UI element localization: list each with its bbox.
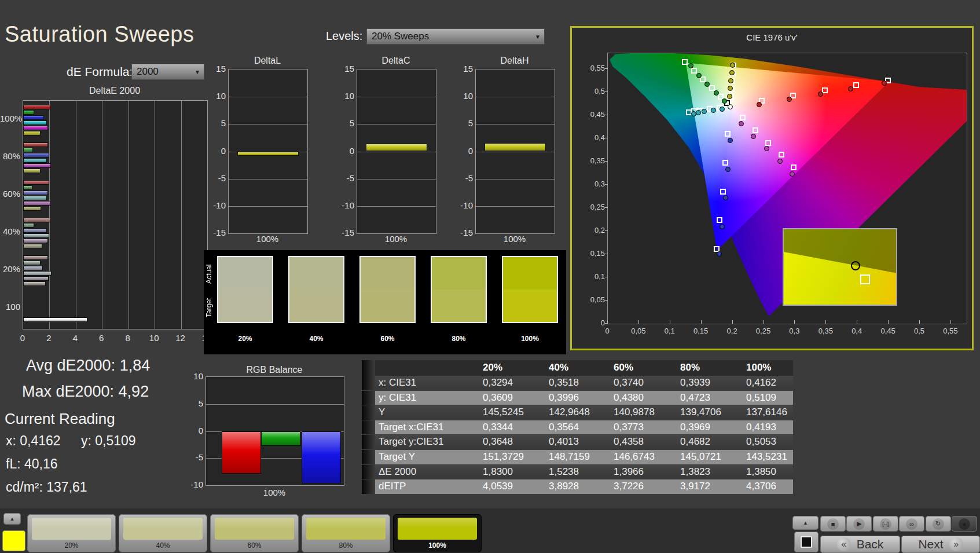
rgb-plot-area	[205, 376, 344, 486]
gridline	[206, 404, 344, 405]
column-header: 60%	[614, 362, 633, 373]
y-tick-label: 15	[453, 64, 473, 74]
bar	[23, 317, 87, 322]
infinity-button[interactable]: ∞	[899, 516, 924, 532]
cell-value: 1,3966	[614, 466, 644, 478]
row-label: Y	[379, 406, 385, 418]
bar	[23, 244, 42, 248]
stop-button[interactable]: ■	[820, 516, 846, 532]
cyan-measured-marker	[696, 110, 701, 115]
row-label: y: CIE31	[379, 392, 416, 404]
bar	[23, 115, 44, 120]
y-tick	[605, 115, 608, 115]
bar	[23, 281, 46, 286]
swatch-target	[218, 290, 272, 322]
cell-value: 0,4358	[614, 436, 644, 448]
column-header: 100%	[746, 362, 771, 373]
patch-button-80%[interactable]: 80%	[302, 514, 390, 552]
y-tick	[605, 207, 608, 208]
y-tick	[605, 277, 608, 277]
table-row: dEITP4,05393,89283,72263,91724,3706	[362, 479, 793, 494]
patch-button-100%[interactable]: 100%	[393, 514, 482, 552]
cyan-measured-marker	[720, 107, 725, 112]
y-tick-label: -5	[453, 173, 473, 183]
x-tick-label: 0,15	[689, 327, 713, 335]
infinity-icon: ∞	[906, 518, 917, 530]
x-tick-label: 0,25	[752, 327, 775, 335]
bar	[23, 271, 52, 276]
play-button[interactable]: ▶	[846, 516, 872, 532]
levels-dropdown[interactable]: 20% Sweeps ▼	[366, 28, 545, 45]
collapse-left-button[interactable]: ▲	[3, 513, 21, 525]
refresh-button[interactable]: ↻	[926, 516, 951, 532]
table-row: Target x:CIE310,33440,35640,37730,39690,…	[362, 420, 793, 435]
de-formula-dropdown[interactable]: 2000 ▼	[131, 64, 204, 80]
patch-swatch	[32, 518, 111, 540]
bar	[485, 143, 546, 151]
row-label: ΔE 2000	[379, 466, 416, 478]
cell-value: 3,8928	[549, 481, 579, 492]
back-button[interactable]: « Back	[820, 536, 900, 553]
current-y-value: y: 0,5109	[81, 433, 136, 449]
x-tick-label: 0,45	[876, 327, 900, 335]
gridline	[229, 179, 307, 180]
bracket-dots-button[interactable]: [··]	[873, 516, 898, 532]
patch-button-40%[interactable]: 40%	[119, 514, 207, 552]
cell-value: 0,3740	[614, 377, 644, 389]
next-button[interactable]: Next »	[901, 536, 980, 553]
patch-button-60%[interactable]: 60%	[210, 514, 299, 552]
y-tick-label: -10	[453, 200, 473, 210]
deltah-chart: DeltaH151050-5-10-15100%	[453, 53, 563, 247]
swatch-label: 40%	[288, 335, 344, 343]
blue-target-marker	[717, 217, 722, 223]
swatch-actual	[432, 257, 486, 290]
x-tick	[857, 320, 857, 324]
x-tick-label: 0	[596, 327, 619, 335]
bar	[366, 144, 427, 151]
y-tick-label: 0	[335, 146, 354, 156]
cell-value: 0,3969	[680, 422, 710, 433]
x-tick-label: 0,1	[658, 327, 681, 335]
swatch	[359, 256, 416, 323]
magenta-target-marker	[779, 152, 784, 158]
x-tick-label: 0,5	[908, 327, 931, 335]
back-button-label: Back	[857, 537, 884, 551]
patch-button-20%[interactable]: 20%	[27, 514, 116, 552]
x-tick-label: 8	[121, 333, 135, 343]
page-title: Saturation Sweeps	[5, 22, 194, 47]
green-measured-marker	[714, 90, 719, 96]
cell-value: 0,4723	[680, 392, 710, 404]
y-tick-label: 0	[453, 146, 473, 156]
patch-label: 60%	[210, 541, 299, 550]
cell-value: 0,3344	[483, 422, 513, 433]
deltae-plot-area	[23, 100, 208, 329]
x-tick-label: 0,4	[845, 327, 868, 335]
current-cdm2-value: cd/m²: 137,61	[6, 479, 87, 495]
magenta-measured-marker	[764, 146, 769, 151]
x-tick	[764, 320, 764, 324]
gridline	[229, 124, 307, 124]
patch-swatch	[215, 518, 294, 540]
deltal-chart: DeltaL151050-5-10-15100%	[206, 53, 316, 247]
x-tick-label: 0,3	[783, 327, 806, 335]
swatch	[217, 256, 273, 323]
y-tick-label: 0	[206, 146, 226, 156]
record-button[interactable]: ●	[952, 516, 977, 532]
collapse-right-button[interactable]: ▲	[792, 516, 818, 530]
current-reading-title: Current Reading	[5, 410, 115, 428]
cell-value: 0,4380	[614, 392, 644, 404]
bar	[23, 142, 48, 147]
table-gutter	[362, 465, 375, 479]
cie-1976-chart[interactable]: CIE 1976 u'v'00,050,10,150,20,250,30,350…	[570, 26, 974, 350]
stop-measure-button[interactable]	[794, 532, 818, 552]
bar	[23, 153, 49, 158]
column-header: 40%	[549, 362, 568, 373]
up-arrow-icon: ▲	[10, 516, 15, 522]
red-target-marker	[853, 82, 859, 88]
app-root: Saturation Sweeps dE Formula: 2000 ▼ Lev…	[0, 0, 980, 553]
table-gutter	[362, 435, 375, 449]
y-tick-label: 5	[188, 398, 203, 408]
blue-measured-marker	[717, 251, 722, 257]
swatch	[288, 256, 344, 323]
table-row: x: CIE310,32940,35180,37400,39390,4162	[362, 376, 793, 390]
